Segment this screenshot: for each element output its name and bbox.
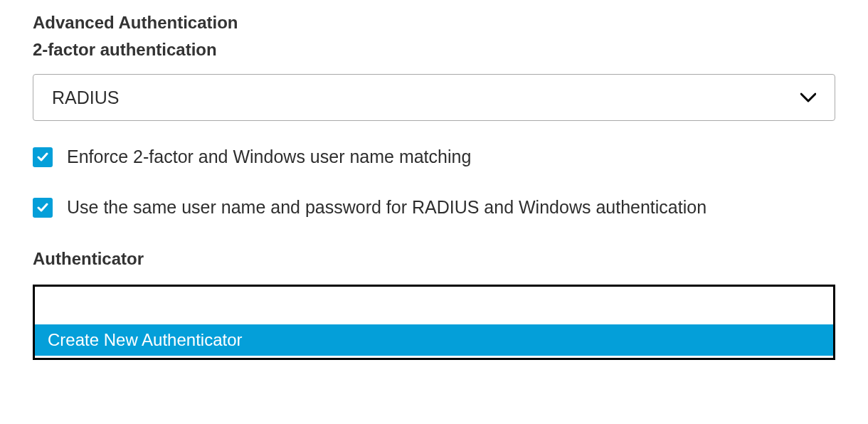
authenticator-option-create-new[interactable]: Create New Authenticator xyxy=(35,324,833,356)
enforce-matching-checkbox[interactable] xyxy=(33,147,53,167)
same-credentials-checkbox[interactable] xyxy=(33,198,53,218)
two-factor-select-value: RADIUS xyxy=(52,88,119,108)
authenticator-heading: Authenticator xyxy=(33,249,835,269)
authenticator-select[interactable]: Create New Authenticator xyxy=(33,285,835,360)
same-credentials-row: Use the same user name and password for … xyxy=(33,197,835,218)
chevron-down-icon xyxy=(800,90,816,105)
same-credentials-label: Use the same user name and password for … xyxy=(67,197,706,218)
checkmark-icon xyxy=(37,203,48,213)
checkmark-icon xyxy=(37,152,48,162)
two-factor-select-wrapper: RADIUS xyxy=(33,74,835,121)
enforce-matching-label: Enforce 2-factor and Windows user name m… xyxy=(67,147,471,167)
enforce-matching-row: Enforce 2-factor and Windows user name m… xyxy=(33,147,835,167)
two-factor-select[interactable]: RADIUS xyxy=(33,74,835,121)
advanced-authentication-heading: Advanced Authentication xyxy=(33,13,835,33)
two-factor-authentication-heading: 2-factor authentication xyxy=(33,40,835,60)
